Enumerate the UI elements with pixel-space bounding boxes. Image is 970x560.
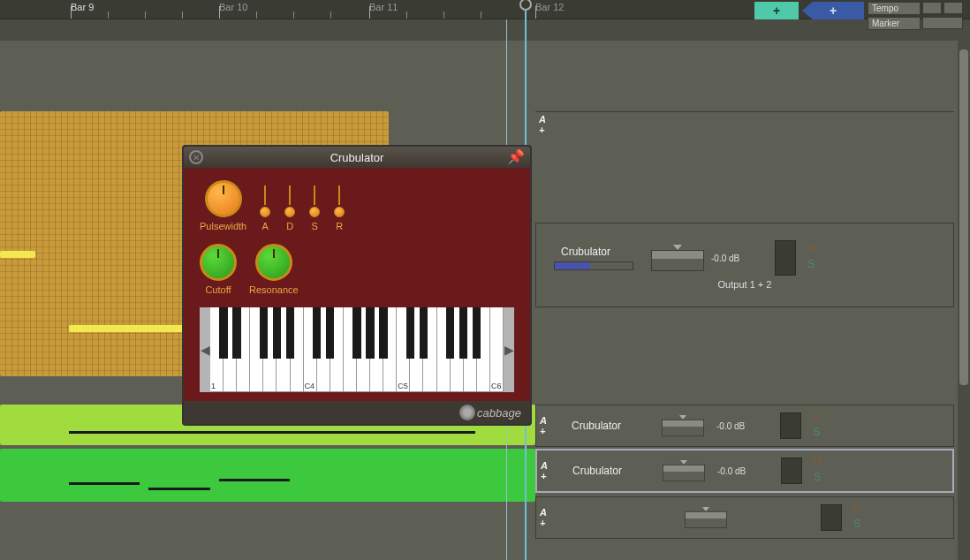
solo-button[interactable]: S xyxy=(849,518,865,534)
track-header-main[interactable]: Crubulator -0.0 dB M S Output 1 + 2 xyxy=(535,223,954,307)
key-label: C4 xyxy=(305,382,315,390)
solo-button[interactable]: S xyxy=(803,258,819,274)
vertical-scrollbar[interactable] xyxy=(958,41,970,560)
track-ab-controls[interactable]: A+ xyxy=(541,460,557,481)
key-label: C5 xyxy=(398,382,408,390)
key-label: 1 xyxy=(211,382,216,390)
track-ab-controls[interactable]: A+ xyxy=(540,415,556,436)
black-key[interactable] xyxy=(313,307,321,359)
bar-label: Bar 10 xyxy=(219,2,247,12)
level-meter xyxy=(554,261,633,270)
track-header-folded: A+ xyxy=(535,111,954,191)
plugin-body: Pulsewidth A D S R Cutoff Resonance ◀ 1C… xyxy=(184,168,530,401)
sustain-slider[interactable]: S xyxy=(308,185,321,231)
resonance-knob[interactable]: Resonance xyxy=(249,244,299,295)
track-header[interactable]: A+ Crubulator -0.0 dB MS xyxy=(535,405,954,447)
mute-button[interactable]: M xyxy=(808,410,824,426)
track-fader[interactable] xyxy=(663,460,705,481)
pin-icon[interactable]: 📌 xyxy=(507,148,525,165)
track-name-label: Crubulator xyxy=(572,465,622,477)
mute-button[interactable]: M xyxy=(803,242,819,258)
track-db-label: -0.0 dB xyxy=(711,254,739,263)
track-meter xyxy=(775,240,796,276)
add-track-button-teal[interactable]: + xyxy=(754,2,799,19)
close-button[interactable]: ✕ xyxy=(189,150,203,164)
black-key[interactable] xyxy=(406,307,414,359)
bar-label: Bar 11 xyxy=(369,2,398,12)
track-db-label: -0.0 dB xyxy=(716,421,745,431)
black-key[interactable] xyxy=(219,307,227,359)
mute-button[interactable]: M xyxy=(809,455,825,471)
track-fader[interactable] xyxy=(685,507,727,528)
black-key[interactable] xyxy=(366,307,374,359)
track-header-selected[interactable]: A+ Crubulator -0.0 dB MS xyxy=(535,449,954,493)
bar-label: Bar 12 xyxy=(535,2,564,12)
track-meter xyxy=(821,504,842,531)
track-fader[interactable] xyxy=(651,245,704,271)
close-icon: ✕ xyxy=(193,153,200,163)
tempo-opt1-button[interactable] xyxy=(922,2,942,14)
track-headers-panel: A+ Crubulator -0.0 dB M S Output 1 + 2 A… xyxy=(535,41,954,560)
cabbage-icon xyxy=(459,405,475,420)
black-key[interactable] xyxy=(459,307,467,359)
key-label: C6 xyxy=(491,382,502,390)
track-header[interactable]: A+ MS xyxy=(535,496,954,539)
plugin-keyboard[interactable]: ◀ 1C4C5C6 ▶ xyxy=(200,307,514,392)
black-key[interactable] xyxy=(473,307,481,359)
midi-clip-green[interactable] xyxy=(0,449,535,502)
track-ab-controls[interactable]: A+ xyxy=(539,114,555,135)
track-ab-controls[interactable]: A+ xyxy=(540,507,556,528)
track-meter xyxy=(780,412,801,439)
black-key[interactable] xyxy=(446,307,454,359)
black-key[interactable] xyxy=(379,307,387,359)
track-name-label: Crubulator xyxy=(572,420,621,432)
track-ms-buttons: M S xyxy=(803,242,819,274)
tempo-button[interactable]: Tempo xyxy=(868,2,921,15)
plugin-window[interactable]: ✕ Crubulator 📌 Pulsewidth A D S R Cutoff… xyxy=(182,145,532,426)
marker-button[interactable]: Marker xyxy=(868,17,921,30)
keyboard-scroll-left[interactable]: ◀ xyxy=(200,307,210,392)
black-key[interactable] xyxy=(286,307,294,359)
cutoff-knob[interactable]: Cutoff xyxy=(200,244,237,295)
black-key[interactable] xyxy=(232,307,240,359)
track-db-label: -0.0 dB xyxy=(717,466,746,476)
attack-slider[interactable]: A xyxy=(259,185,271,231)
white-key[interactable] xyxy=(490,307,504,392)
solo-button[interactable]: S xyxy=(809,471,825,487)
marker-opt-button[interactable] xyxy=(922,17,963,29)
track-name-label: Crubulator xyxy=(561,246,610,258)
tempo-opt2-button[interactable] xyxy=(943,2,963,14)
midi-note[interactable] xyxy=(69,325,184,332)
track-meter xyxy=(781,458,802,484)
black-key[interactable] xyxy=(260,307,268,359)
black-key[interactable] xyxy=(352,307,360,359)
plugin-footer: cabbage xyxy=(184,401,530,424)
black-key[interactable] xyxy=(420,307,428,359)
scroll-thumb[interactable] xyxy=(959,49,968,385)
solo-button[interactable]: S xyxy=(808,426,824,442)
decay-slider[interactable]: D xyxy=(284,185,296,231)
keyboard-scroll-right[interactable]: ▶ xyxy=(504,307,514,392)
bar-label: Bar 9 xyxy=(71,2,94,12)
plus-icon: + xyxy=(773,4,780,18)
plus-icon: + xyxy=(830,4,837,18)
mute-button[interactable]: M xyxy=(849,502,865,518)
release-slider[interactable]: R xyxy=(333,185,345,231)
pulsewidth-knob[interactable]: Pulsewidth xyxy=(200,180,246,231)
midi-note[interactable] xyxy=(0,251,35,258)
cabbage-logo: cabbage xyxy=(477,406,521,420)
add-track-button-blue[interactable]: + xyxy=(802,2,864,19)
plugin-titlebar[interactable]: ✕ Crubulator 📌 xyxy=(184,147,530,168)
track-output-label: Output 1 + 2 xyxy=(718,279,772,290)
black-key[interactable] xyxy=(273,307,281,359)
toolbar-top-right: + + Tempo Marker xyxy=(754,2,963,30)
track-fader[interactable] xyxy=(662,415,704,436)
black-key[interactable] xyxy=(326,307,334,359)
plugin-title: Crubulator xyxy=(330,151,384,164)
